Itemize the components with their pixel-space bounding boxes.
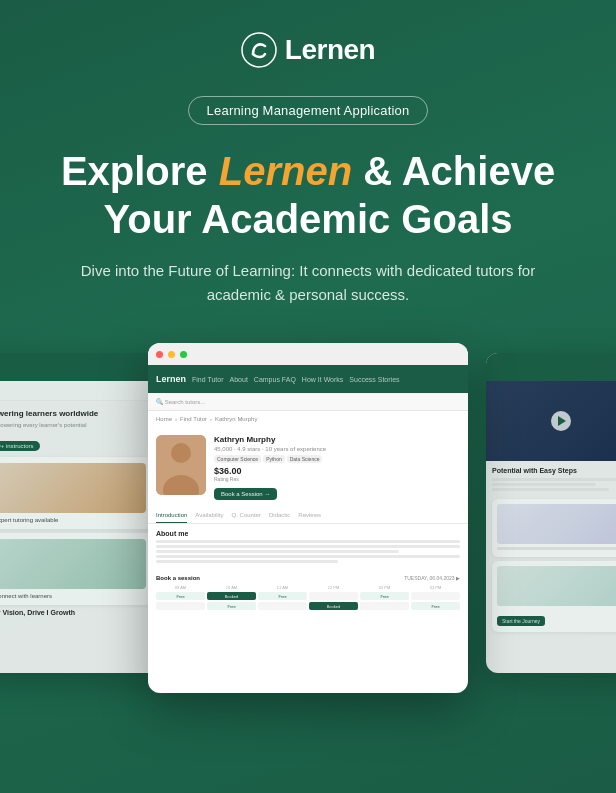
ss-bread-sep: › <box>175 416 177 422</box>
rs-content: Potential with Easy Steps Start the Jour… <box>486 461 616 642</box>
ss-col-h4: 12 PM <box>309 585 358 590</box>
ss-tab-highlights[interactable]: Reviews <box>298 508 321 523</box>
ss-book-btn[interactable]: Book a Session → <box>214 488 277 500</box>
ss-line-3 <box>156 550 399 553</box>
ss-tag-1: Computer Science <box>214 455 261 463</box>
ls-card-1: Expert tutoring available <box>0 457 152 529</box>
ss-nav-about: About <box>230 376 248 383</box>
ss-line-2 <box>156 545 460 548</box>
app-badge: Learning Management Application <box>188 96 429 125</box>
ss-slot-4 <box>309 592 358 600</box>
ls-card-image-2 <box>0 539 146 589</box>
ss-bread-find: Find Tutor <box>180 416 207 422</box>
minimize-dot <box>168 351 175 358</box>
ss-nav-how: How It Works <box>302 376 344 383</box>
ss-tag-2: Python <box>263 455 285 463</box>
rs-text-3 <box>492 488 609 491</box>
ss-tab-intro[interactable]: Introduction <box>156 508 187 523</box>
ss-tab-avail[interactable]: Availability <box>195 508 223 523</box>
screenshot-right: 2:41 Potential with Easy Steps Start the… <box>486 353 616 673</box>
ss-search-bar: 🔍 Search tutors... <box>148 393 468 411</box>
rs-card-img-2 <box>497 566 616 606</box>
ss-col-h3: 11 AM <box>258 585 307 590</box>
ss-profile-info: Kathryn Murphy 45,000 · 4.9 stars · 10 y… <box>214 435 460 500</box>
ss-tabs: Introduction Availability Q. Counter Did… <box>148 508 468 524</box>
ls-badge: 40+ instructors <box>0 441 40 451</box>
svg-point-0 <box>242 33 276 67</box>
rs-card-img-1 <box>497 504 616 544</box>
ss-slot-8[interactable]: Free <box>207 602 256 610</box>
ss-slot-11 <box>360 602 409 610</box>
ls-bottom-text: Our Vision, Drive I Growth <box>0 609 152 616</box>
ss-line-1 <box>156 540 460 543</box>
ls-title: powering learners worldwide <box>0 409 152 418</box>
subheadline: Dive into the Future of Learning: It con… <box>0 259 616 307</box>
ss-about: About me <box>148 524 468 569</box>
rs-text-1 <box>492 478 616 481</box>
ss-slot-5[interactable]: Free <box>360 592 409 600</box>
ss-slot-2: Booked <box>207 592 256 600</box>
ss-nav: Lernen Find Tutor About Campus FAQ How I… <box>148 365 468 393</box>
ss-slot-10: Booked <box>309 602 358 610</box>
ss-line-5 <box>156 560 338 563</box>
ss-about-text <box>156 540 460 563</box>
ss-cal-header: Book a session TUESDAY, 06.04.2023 ▶ <box>156 575 460 581</box>
ls-card-2: Connect with learners <box>0 533 152 605</box>
ss-titlebar <box>148 343 468 365</box>
rs-video-thumbnail: 2:41 <box>486 381 616 461</box>
ss-col-h6: 03 PM <box>411 585 460 590</box>
ls-card-image <box>0 463 146 513</box>
ss-nav-find: Find Tutor <box>192 376 224 383</box>
ss-bread-sep2: › <box>210 416 212 422</box>
rs-title: Potential with Easy Steps <box>492 467 616 474</box>
ss-tab-counter[interactable]: Q. Counter <box>232 508 261 523</box>
avatar-illustration <box>156 435 206 495</box>
ss-avatar <box>156 435 206 495</box>
ss-slot-12[interactable]: Free <box>411 602 460 610</box>
ss-slot-3[interactable]: Free <box>258 592 307 600</box>
ss-book: Book a session TUESDAY, 06.04.2023 ▶ 09 … <box>148 569 468 616</box>
ls-card-text: Expert tutoring available <box>0 517 146 523</box>
rs-play-icon <box>558 416 566 426</box>
ss-nav-logo: Lernen <box>156 374 186 384</box>
screenshot-left: powering learners worldwide Empowering e… <box>0 353 160 673</box>
ss-search-hint: 🔍 Search tutors... <box>156 398 205 405</box>
ss-nav-faq: Campus FAQ <box>254 376 296 383</box>
ss-profile-tags: Computer Science Python Data Science <box>214 455 460 463</box>
ss-slot-7 <box>156 602 205 610</box>
headline-part1: Explore <box>61 149 219 193</box>
ss-profile-name: Kathryn Murphy <box>214 435 460 444</box>
ss-cal-title: Book a session <box>156 575 200 581</box>
brand-name: Lernen <box>285 34 375 66</box>
ss-line-4 <box>156 555 460 558</box>
ss-slot-9 <box>258 602 307 610</box>
rs-header-bar <box>486 353 616 381</box>
rs-card-1 <box>492 499 616 557</box>
ss-tab-didactic[interactable]: Didactic <box>269 508 290 523</box>
ss-bread-name: Kathryn Murphy <box>215 416 257 422</box>
ss-profile-area: Kathryn Murphy 45,000 · 4.9 stars · 10 y… <box>148 427 468 508</box>
ss-slot-6 <box>411 592 460 600</box>
ss-col-h5: 02 PM <box>360 585 409 590</box>
screenshot-main: Lernen Find Tutor About Campus FAQ How I… <box>148 343 468 693</box>
rs-card-line-1 <box>497 547 616 550</box>
rs-text-2 <box>492 483 596 486</box>
ss-col-h2: 10 AM <box>207 585 256 590</box>
ss-slot-1[interactable]: Free <box>156 592 205 600</box>
rs-cards: Start the Journey <box>492 499 616 632</box>
rs-play-button[interactable] <box>551 411 571 431</box>
maximize-dot <box>180 351 187 358</box>
rs-card-btn[interactable]: Start the Journey <box>497 616 545 626</box>
ss-price-sub: Rating Res <box>214 476 460 482</box>
ls-content: powering learners worldwide Empowering e… <box>0 401 160 624</box>
hero-section: Lernen Learning Management Application E… <box>0 0 616 793</box>
logo-area: Lernen <box>241 32 375 68</box>
ls-header-bar <box>0 353 160 381</box>
ss-cal-date: TUESDAY, 06.04.2023 ▶ <box>404 575 460 581</box>
headline-brand: Lernen <box>219 149 352 193</box>
ss-col-h1: 09 AM <box>156 585 205 590</box>
close-dot <box>156 351 163 358</box>
ls-card-text-2: Connect with learners <box>0 593 146 599</box>
screenshots-container: powering learners worldwide Empowering e… <box>0 343 616 723</box>
ss-profile-sub: 45,000 · 4.9 stars · 10 years of experie… <box>214 446 460 452</box>
